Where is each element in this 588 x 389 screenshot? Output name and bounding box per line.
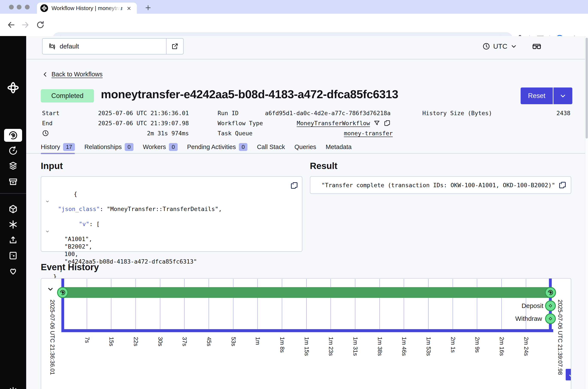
- app-window: Workflow History | moneytran: [0, 0, 588, 389]
- new-tab-button[interactable]: [143, 3, 153, 12]
- activity-deposit-event[interactable]: [545, 300, 556, 311]
- json-line: {: [41, 183, 222, 205]
- labs-mode-icon[interactable]: [532, 42, 542, 51]
- temporal-favicon: [40, 4, 48, 12]
- duration-icon: [42, 129, 49, 138]
- sidebar-item-docs[interactable]: [0, 251, 26, 260]
- json-line: "json_class": "MoneyTransfer::TransferDe…: [41, 205, 222, 213]
- sidebar-item-namespaces[interactable]: [0, 204, 26, 214]
- sidebar-item-archival[interactable]: [0, 177, 26, 187]
- reset-button[interactable]: Reset: [521, 88, 553, 104]
- gridline: [355, 279, 355, 331]
- input-copy-icon[interactable]: [290, 181, 298, 190]
- tabs-divider: [26, 153, 585, 154]
- sidebar-item-nexus[interactable]: [0, 220, 26, 229]
- scrollbar-thumb[interactable]: [586, 38, 588, 138]
- namespace-open-icon[interactable]: [166, 39, 183, 54]
- task-queue-link[interactable]: money-transfer: [253, 129, 393, 138]
- timeline-collapse-chevron-icon[interactable]: [47, 286, 54, 293]
- app-sidebar: 2.34.0: [0, 36, 26, 389]
- back-icon[interactable]: [7, 21, 15, 29]
- gridline: [160, 279, 160, 331]
- back-to-workflows-link[interactable]: Back to Workflows: [42, 71, 103, 78]
- window-close-button[interactable]: [9, 5, 14, 9]
- tab-relationships-count: 0: [125, 143, 133, 151]
- json-line: 100,: [41, 250, 222, 258]
- tab-pending-activities[interactable]: Pending Activities0: [187, 142, 248, 152]
- timeline-start-timestamp: 2025-07-06 UTC 21:36:36.01: [49, 300, 56, 375]
- activity-row-label: Withdraw: [479, 315, 542, 322]
- tick-label: 1m 15s: [303, 337, 310, 356]
- event-history-heading: Event History: [41, 262, 99, 272]
- tab-metadata[interactable]: Metadata: [326, 142, 352, 152]
- history-size-value: 2438: [494, 108, 570, 118]
- reset-split-button: Reset: [521, 88, 572, 104]
- tab-close-icon[interactable]: [126, 5, 132, 12]
- input-heading: Input: [41, 161, 63, 171]
- sidebar-item-schedules[interactable]: [0, 146, 26, 156]
- tick-label: 7s: [84, 337, 90, 343]
- filter-funnel-icon[interactable]: [373, 120, 380, 127]
- tab-call-stack[interactable]: Call Stack: [257, 142, 285, 152]
- gridline: [477, 279, 477, 331]
- timezone-selector[interactable]: UTC: [483, 36, 517, 57]
- workflow-execution-span[interactable]: [63, 287, 551, 298]
- reload-icon[interactable]: [36, 21, 45, 29]
- tick-label: 22s: [132, 337, 139, 346]
- temporal-logo[interactable]: [0, 82, 26, 94]
- namespace-icon: [48, 42, 56, 50]
- copy-icon[interactable]: [384, 120, 391, 127]
- status-badge: Completed: [41, 89, 94, 102]
- tick-label: 2m 16s: [498, 337, 505, 356]
- tick-label: 53s: [230, 337, 237, 346]
- workflow-type-link[interactable]: MoneyTransferWorkflow: [297, 120, 370, 127]
- scroll-to-bottom-button[interactable]: [566, 369, 571, 380]
- tab-history[interactable]: History17: [41, 142, 75, 152]
- browser-tab[interactable]: Workflow History | moneytran: [37, 2, 137, 14]
- activity-withdraw-event[interactable]: [545, 313, 556, 324]
- tick-label: 30s: [157, 337, 164, 346]
- gridline: [428, 279, 429, 331]
- tick-label: 2m 24s: [523, 337, 529, 356]
- namespace-selector[interactable]: default: [42, 38, 184, 55]
- workflow-started-event[interactable]: [57, 287, 68, 298]
- namespace-name: default: [60, 43, 79, 50]
- gridline: [208, 279, 209, 331]
- gridline: [452, 279, 453, 331]
- workflow-completed-event[interactable]: [545, 287, 556, 298]
- timezone-label: UTC: [493, 42, 507, 50]
- tab-workers[interactable]: Workers0: [143, 142, 178, 152]
- chevron-down-icon: [510, 43, 517, 50]
- browser-toolbar: localhost:8080/namespaces/default/workfl…: [0, 14, 588, 36]
- sidebar-item-import-export[interactable]: [0, 235, 26, 245]
- reset-menu-button[interactable]: [553, 88, 572, 104]
- tab-relationships[interactable]: Relationships0: [84, 142, 134, 152]
- page-scrollbar[interactable]: [585, 36, 588, 389]
- result-heading: Result: [310, 161, 337, 171]
- json-line: "A1001",: [41, 235, 222, 243]
- theme-toggle-icon[interactable]: [0, 387, 26, 389]
- browser-tabstrip: Workflow History | moneytran: [0, 0, 588, 14]
- sidebar-item-feedback[interactable]: [0, 266, 26, 276]
- sidebar-item-batch[interactable]: [0, 161, 26, 171]
- gridline: [111, 279, 111, 331]
- end-value: 2025-07-06 UTC 21:39:07.98: [86, 119, 189, 128]
- tab-title-fade: [108, 5, 121, 12]
- tick-label: 1m 46s: [401, 337, 407, 356]
- workflow-tabs: History17 Relationships0 Workers0 Pendin…: [41, 142, 351, 152]
- gridline: [87, 279, 87, 331]
- forward-icon[interactable]: [21, 21, 30, 29]
- tick-label: 1m: [254, 337, 261, 345]
- result-copy-icon[interactable]: [558, 181, 567, 189]
- tab-queries[interactable]: Queries: [294, 142, 316, 152]
- event-history-timeline: Deposit Withdraw 2025-07-06 UTC 21:36:36…: [41, 278, 571, 389]
- window-minimize-button[interactable]: [17, 5, 21, 9]
- gridline: [184, 279, 185, 331]
- window-zoom-button[interactable]: [25, 5, 30, 9]
- sidebar-item-workflows[interactable]: [4, 129, 22, 142]
- tick-label: 45s: [206, 337, 212, 346]
- json-line: "v": [: [41, 213, 222, 235]
- gridline: [257, 279, 258, 331]
- activity-row-label: Deposit: [479, 302, 543, 309]
- tab-pending-activities-count: 0: [239, 143, 247, 151]
